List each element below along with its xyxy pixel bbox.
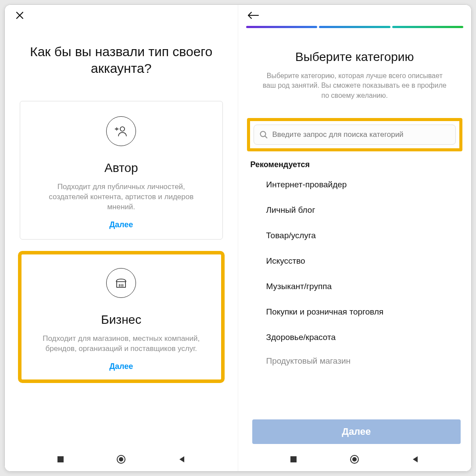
account-type-card-author[interactable]: Автор Подходит для публичных личностей, … bbox=[20, 101, 223, 240]
category-item[interactable]: Продуктовый магазин bbox=[238, 350, 472, 366]
category-desc: Выберите категорию, которая лучше всего … bbox=[262, 71, 447, 100]
svg-rect-3 bbox=[57, 456, 64, 462]
page-title: Как бы вы назвали тип своего аккаунта? bbox=[29, 43, 213, 76]
svg-point-8 bbox=[260, 132, 265, 137]
next-link-business[interactable]: Далее bbox=[109, 362, 133, 371]
search-icon bbox=[259, 130, 268, 139]
topbar-left bbox=[5, 5, 238, 26]
category-item[interactable]: Искусство bbox=[238, 248, 472, 274]
svg-marker-6 bbox=[179, 456, 184, 462]
left-content: Как бы вы назвали тип своего аккаунта? А… bbox=[5, 26, 238, 394]
category-item[interactable]: Личный блог bbox=[238, 197, 472, 223]
search-highlight bbox=[247, 118, 463, 151]
close-button[interactable] bbox=[13, 8, 27, 22]
nav-home-icon[interactable] bbox=[116, 454, 126, 465]
recommended-label: Рекомендуется bbox=[251, 160, 310, 169]
search-box[interactable] bbox=[254, 125, 456, 145]
android-navbar-left bbox=[5, 447, 238, 471]
progress-seg-1 bbox=[246, 26, 318, 28]
creator-icon bbox=[106, 116, 136, 146]
card-title-author: Автор bbox=[104, 161, 138, 175]
svg-marker-13 bbox=[413, 456, 418, 462]
card-title-business: Бизнес bbox=[101, 313, 141, 327]
close-icon bbox=[14, 10, 25, 21]
category-title: Выберите категорию bbox=[295, 50, 414, 64]
arrow-left-icon bbox=[247, 11, 259, 20]
back-button[interactable] bbox=[246, 8, 260, 22]
search-input[interactable] bbox=[272, 130, 451, 139]
svg-point-12 bbox=[352, 457, 357, 462]
business-icon bbox=[106, 268, 136, 298]
card-desc-author: Подходит для публичных личностей, создат… bbox=[38, 182, 204, 212]
progress-seg-2 bbox=[319, 26, 390, 28]
next-button[interactable]: Далее bbox=[252, 419, 461, 444]
category-item[interactable]: Интернет-провайдер bbox=[238, 172, 472, 197]
progress-bar bbox=[246, 26, 464, 28]
svg-point-2 bbox=[120, 127, 125, 131]
progress-seg-3 bbox=[392, 26, 464, 28]
android-navbar-right bbox=[238, 447, 472, 471]
category-item[interactable]: Товар/услуга bbox=[238, 223, 472, 248]
nav-back-icon[interactable] bbox=[410, 454, 421, 465]
svg-line-9 bbox=[265, 136, 267, 138]
category-item[interactable]: Покупки и розничная торговля bbox=[238, 299, 472, 325]
nav-home-icon[interactable] bbox=[349, 454, 360, 465]
svg-point-5 bbox=[119, 457, 123, 462]
nav-recent-icon[interactable] bbox=[288, 454, 299, 465]
card-desc-business: Подходит для магазинов, местных компаний… bbox=[38, 334, 204, 354]
category-item[interactable]: Здоровье/красота bbox=[238, 325, 472, 350]
account-type-card-business[interactable]: Бизнес Подходит для магазинов, местных к… bbox=[20, 253, 223, 381]
right-content: Выберите категорию Выберите категорию, к… bbox=[238, 32, 472, 471]
nav-recent-icon[interactable] bbox=[55, 454, 66, 465]
next-link-author[interactable]: Далее bbox=[109, 220, 133, 229]
account-type-screen: Как бы вы назвали тип своего аккаунта? А… bbox=[5, 5, 238, 471]
svg-rect-10 bbox=[290, 456, 297, 462]
topbar-right bbox=[238, 5, 472, 26]
screenshot-frame: Как бы вы назвали тип своего аккаунта? А… bbox=[4, 4, 472, 472]
category-item[interactable]: Музыкант/группа bbox=[238, 274, 472, 299]
nav-back-icon[interactable] bbox=[177, 454, 187, 465]
category-screen: Выберите категорию Выберите категорию, к… bbox=[238, 5, 472, 471]
